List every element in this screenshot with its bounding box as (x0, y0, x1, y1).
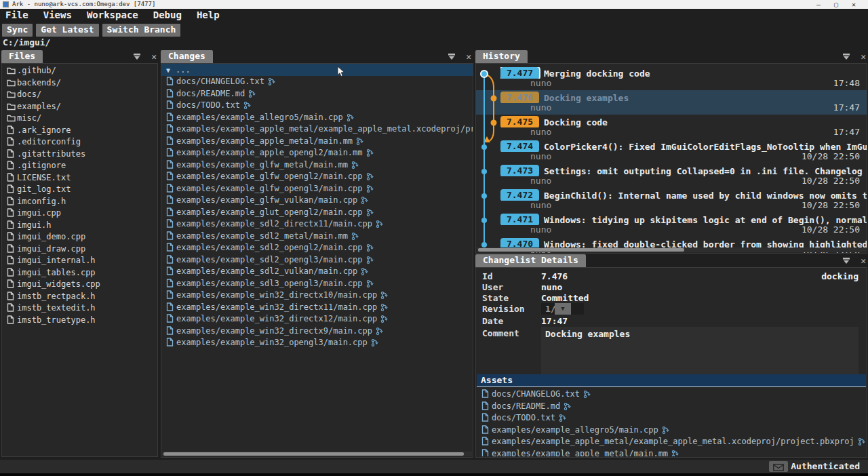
history-entry-7.472[interactable]: 7.472BeginChild(): Internal name used by… (476, 188, 867, 212)
close-button[interactable]: ✕ (845, 0, 863, 9)
envelope-icon[interactable] (769, 461, 788, 472)
sync-button[interactable]: Sync (2, 24, 33, 37)
changed-file-row[interactable]: examples/example_allegro5/main.cpp (477, 424, 866, 437)
history-entry-7.474[interactable]: 7.474ColorPicker4(): Fixed ImGuiColorEdi… (476, 139, 867, 163)
file-icon (166, 266, 176, 278)
changes-filter-icon[interactable] (448, 52, 456, 62)
menu-item-help[interactable]: Help (197, 9, 220, 20)
changed-file-row[interactable]: examples/example_glfw_opengl3/main.cpp (161, 183, 473, 195)
menu-item-debug[interactable]: Debug (153, 9, 182, 20)
changed-file-row[interactable]: docs/CHANGELOG.txt (477, 389, 866, 401)
changed-file-row[interactable]: examples/example_win32_directx9/main.cpp (161, 325, 473, 338)
menu-item-views[interactable]: Views (43, 9, 72, 20)
file-tree-item[interactable]: .editorconfig (2, 136, 157, 148)
file-icon (7, 220, 17, 232)
file-tree-item[interactable]: imstb_truetype.h (2, 315, 157, 327)
changed-file-row[interactable]: examples/example_win32_directx12/main.cp… (161, 313, 473, 325)
menu-item-file[interactable]: File (5, 9, 28, 20)
files-close-icon[interactable]: ✕ (151, 52, 157, 62)
changed-file-row[interactable]: examples/example_apple_metal/main.mm (161, 136, 473, 148)
changed-file-row[interactable]: examples/example_sdl2_opengl3/main.cpp (161, 254, 473, 266)
file-tree-item[interactable]: imstb_textedit.h (2, 302, 157, 315)
file-tree-item[interactable]: .github/ (2, 65, 157, 77)
changed-file-row[interactable]: examples/example_glut_opengl2/main.cpp (161, 207, 473, 219)
changed-file-row[interactable]: docs/README.md (161, 88, 473, 100)
assets-list: docs/CHANGELOG.txtdocs/README.mddocs/TOD… (477, 389, 866, 456)
branch-fork-icon (243, 101, 252, 112)
changed-file-row[interactable]: examples/example_apple_metal/example_app… (477, 436, 866, 448)
files-filter-icon[interactable] (133, 52, 141, 62)
changed-file-row[interactable]: examples/example_glfw_metal/main.mm (161, 159, 473, 172)
file-tree-item[interactable]: imgui_demo.cpp (2, 231, 157, 243)
commit-user: nuno (530, 200, 551, 210)
file-tree-item[interactable]: .gitattributes (2, 148, 157, 161)
branch-fork-icon (376, 327, 384, 338)
minimize-button[interactable]: – (810, 0, 827, 9)
changelist-badge: 7.476 (500, 92, 539, 103)
field-value-state: Committed (541, 293, 589, 303)
maximize-button[interactable]: ▢ (827, 0, 845, 9)
changed-file-row[interactable]: examples/example_sdl2_opengl2/main.cpp (161, 242, 473, 254)
changed-file-row[interactable]: examples/example_allegro5/main.cpp (161, 112, 473, 124)
tab-history[interactable]: History (475, 50, 528, 63)
file-tree-item[interactable]: LICENSE.txt (2, 172, 157, 184)
file-tree-item[interactable]: imgui_draw.cpp (2, 243, 157, 256)
changes-root-row[interactable]: ▼... (161, 64, 473, 76)
changed-file-row[interactable]: docs/TODO.txt (161, 100, 473, 112)
tab-changes[interactable]: Changes (161, 50, 213, 63)
file-tree-item[interactable]: .ark_ignore (2, 125, 157, 137)
changed-file-row[interactable]: examples/example_sdl2_metal/main.mm (161, 231, 473, 243)
changed-file-row[interactable]: examples/example_apple_metal/example_app… (161, 123, 473, 136)
changed-file-row[interactable]: docs/TODO.txt (477, 412, 866, 424)
tab-files[interactable]: Files (1, 50, 43, 63)
details-filter-icon[interactable] (842, 256, 850, 266)
file-tree-item[interactable]: .gitignore (2, 160, 157, 172)
changes-hscrollbar[interactable] (162, 452, 472, 456)
file-tree-item[interactable]: imgui_widgets.cpp (2, 279, 157, 291)
changed-file-row[interactable]: examples/example_apple_opengl2/main.mm (161, 147, 473, 159)
history-entry-7.476[interactable]: 7.476Docking examplesnuno17:47 (476, 90, 867, 115)
tab-changelist-details[interactable]: Changelist Details (475, 254, 586, 267)
history-close-icon[interactable]: ✕ (861, 52, 866, 62)
commit-title: Settings: omit outputing Collapsed=0 in … (544, 166, 867, 176)
file-path: examples/example_apple_metal/example_app… (492, 437, 854, 446)
file-tree-item[interactable]: backends/ (2, 77, 157, 90)
details-close-icon[interactable]: ✕ (861, 256, 866, 266)
os-titlebar[interactable]: Ark - nuno@ark-vcs.com:Omega:dev [7477] … (0, 0, 868, 9)
file-tree-item[interactable]: imgui.cpp (2, 207, 157, 220)
file-tree-item[interactable]: imgui_tables.cpp (2, 267, 157, 279)
app-icon (3, 1, 9, 7)
file-tree-item[interactable]: imgui_internal.h (2, 255, 157, 267)
changed-file-row[interactable]: examples/example_sdl2_directx11/main.cpp (161, 218, 473, 231)
file-tree-item[interactable]: imgui.h (2, 220, 157, 232)
changed-file-row[interactable]: docs/README.md (477, 401, 866, 413)
changes-close-icon[interactable]: ✕ (466, 52, 471, 62)
file-tree-item[interactable]: docs/ (2, 89, 157, 101)
changed-file-row[interactable]: examples/example_apple_metal/main.mm (477, 448, 866, 457)
history-entry-7.477[interactable]: 7.477Merging docking codenuno17:48 (476, 66, 867, 90)
revision-dropdown-button[interactable]: ▼ (555, 303, 571, 315)
history-entry-7.473[interactable]: 7.473Settings: omit outputing Collapsed=… (476, 163, 867, 188)
file-tree-item[interactable]: misc/ (2, 113, 157, 125)
comment-textarea[interactable]: Docking examples (541, 327, 859, 376)
changed-file-row[interactable]: examples/example_sdl2_vulkan/main.cpp (161, 266, 473, 278)
changed-file-row[interactable]: examples/example_glfw_vulkan/main.cpp (161, 195, 473, 207)
history-entry-7.475[interactable]: 7.475Docking codenuno17:47 (476, 115, 867, 139)
menu-item-workspace[interactable]: Workspace (87, 9, 138, 20)
history-entry-7.471[interactable]: 7.471Windows: tidying up skipitems logic… (476, 212, 867, 237)
switch-branch-button[interactable]: Switch Branch (102, 24, 181, 37)
file-tree-item[interactable]: imconfig.h (2, 196, 157, 208)
file-tree-item[interactable]: imstb_rectpack.h (2, 291, 157, 303)
history-hscrollbar[interactable] (477, 247, 866, 252)
changed-file-row[interactable]: docs/CHANGELOG.txt (161, 76, 473, 88)
file-tree-item[interactable]: git_log.txt (2, 184, 157, 196)
changed-file-row[interactable]: examples/example_win32_opengl3/main.cpp (161, 337, 473, 349)
history-filter-icon[interactable] (842, 52, 850, 62)
file-tree-item[interactable]: examples/ (2, 101, 157, 113)
changed-file-row[interactable]: examples/example_win32_directx10/main.cp… (161, 290, 473, 302)
changed-file-row[interactable]: examples/example_glfw_opengl2/main.cpp (161, 171, 473, 183)
changed-file-row[interactable]: examples/example_sdl3_opengl3/main.cpp (161, 278, 473, 290)
auth-status-label: Authenticated (791, 461, 860, 471)
get-latest-button[interactable]: Get Latest (36, 24, 98, 37)
changed-file-row[interactable]: examples/example_win32_directx11/main.cp… (161, 302, 473, 314)
